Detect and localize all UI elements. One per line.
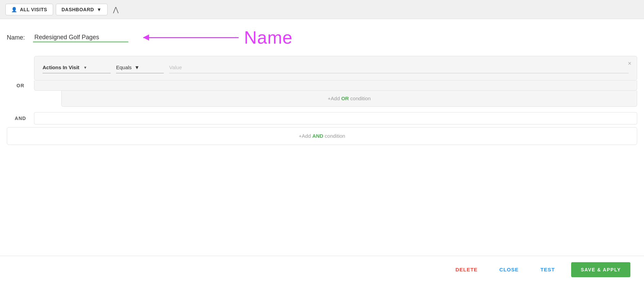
- close-button[interactable]: CLOSE: [494, 264, 524, 275]
- name-label: Name:: [7, 34, 25, 41]
- arrow-line: [143, 37, 239, 38]
- and-connector-right: [34, 112, 637, 124]
- or-connector-left: OR: [7, 80, 34, 91]
- collapse-icon: ⋀: [113, 6, 118, 13]
- person-icon: 👤: [11, 7, 17, 12]
- operator-label: Equals: [116, 64, 132, 70]
- condition-row: Actions In Visit ▼ Equals ▼: [43, 63, 629, 73]
- main-content: Name: Name × Actions In Visit ▼: [0, 19, 644, 283]
- field-dropdown-arrow: ▼: [83, 65, 87, 70]
- field-label: Actions In Visit: [43, 64, 79, 70]
- and-connector-left: AND: [7, 112, 34, 124]
- and-connector-row: AND: [7, 112, 637, 124]
- name-input-wrapper: [33, 33, 128, 42]
- operator-dropdown-arrow: ▼: [134, 64, 140, 70]
- annotation-arrow: Name: [143, 27, 293, 48]
- all-visits-tab[interactable]: 👤 ALL VISITS: [5, 4, 53, 15]
- conditions-area: × Actions In Visit ▼ Equals ▼: [7, 56, 637, 145]
- dashboard-tab[interactable]: DASHBOARD ▼: [56, 4, 108, 15]
- field-selector[interactable]: Actions In Visit ▼: [43, 63, 111, 73]
- name-input[interactable]: [33, 33, 128, 42]
- operator-selector-wrapper: Equals ▼: [116, 63, 164, 73]
- or-label: OR: [17, 83, 25, 88]
- or-connector-row: OR: [7, 80, 637, 91]
- top-bar: 👤 ALL VISITS DASHBOARD ▼ ⋀: [0, 0, 644, 19]
- dashboard-label: DASHBOARD: [62, 7, 94, 12]
- add-or-text: +Add OR condition: [328, 95, 371, 101]
- delete-button[interactable]: DELETE: [450, 264, 483, 275]
- or-connector-right: [34, 80, 637, 91]
- value-input[interactable]: [169, 63, 629, 73]
- and-label: AND: [15, 116, 26, 121]
- bottom-bar: DELETE CLOSE TEST SAVE & APPLY: [0, 256, 644, 283]
- operator-selector[interactable]: Equals ▼: [116, 63, 164, 73]
- add-or-condition-button[interactable]: +Add OR condition: [61, 91, 637, 107]
- add-and-text: +Add AND condition: [299, 133, 345, 139]
- test-button[interactable]: TEST: [535, 264, 560, 275]
- annotation-label: Name: [244, 27, 293, 48]
- close-condition-button[interactable]: ×: [628, 60, 631, 66]
- field-selector-wrapper: Actions In Visit ▼: [43, 63, 111, 73]
- chevron-down-icon: ▼: [97, 7, 101, 12]
- all-visits-label: ALL VISITS: [20, 7, 47, 12]
- name-row: Name: Name: [7, 27, 637, 48]
- or-block: × Actions In Visit ▼ Equals ▼: [34, 56, 637, 80]
- add-and-condition-button[interactable]: +Add AND condition: [7, 127, 637, 145]
- save-apply-button[interactable]: SAVE & APPLY: [571, 262, 630, 277]
- collapse-button[interactable]: ⋀: [110, 4, 121, 15]
